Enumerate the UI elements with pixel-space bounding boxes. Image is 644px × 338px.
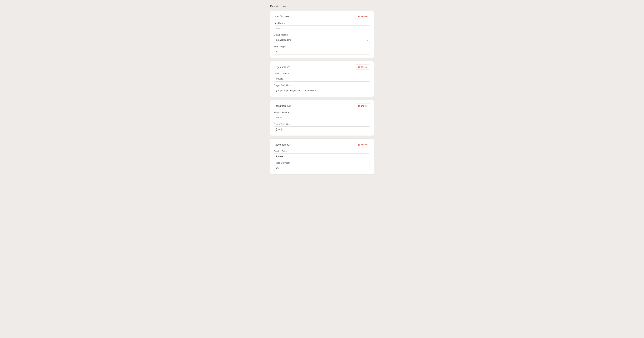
regex-02-public-private-select-wrapper: Private Public ⌄ (274, 115, 370, 120)
regex-field-01-label: Regex field #01 (274, 66, 290, 68)
regex-02-public-private-label: Public / Private (274, 111, 370, 114)
regex-field-01-card: Regex field #01 🗑 Delete Public / Privat… (270, 61, 374, 97)
regex-01-public-private-select-wrapper: Private Public ⌄ (274, 76, 370, 82)
trash-icon-2: 🗑 (358, 66, 360, 68)
regex-02-definition-group: Regex Definition (274, 123, 370, 132)
regex-field-03-label: Regex field #03 (274, 143, 290, 146)
regex-02-definition-label: Regex Definition (274, 123, 370, 125)
data-location-select[interactable]: Email Headers Email Body Subject From To (274, 37, 370, 43)
regex-field-01-delete-label: Delete (361, 66, 368, 68)
max-length-group: Max Length (274, 45, 370, 54)
data-location-label: Data Location (274, 33, 370, 36)
section-title: Fields to extract (270, 5, 374, 7)
regex-field-02-label: Regex field #02 (274, 104, 290, 107)
field-name-group: Field Name (274, 22, 370, 31)
regex-field-02-delete-label: Delete (361, 104, 368, 107)
regex-field-02-delete-button[interactable]: 🗑 Delete (355, 103, 370, 108)
data-location-select-wrapper: Email Headers Email Body Subject From To… (274, 37, 370, 43)
trash-icon: 🗑 (358, 15, 360, 18)
regex-01-public-private-label: Public / Private (274, 72, 370, 75)
regex-field-03-delete-button[interactable]: 🗑 Delete (355, 142, 370, 147)
regex-02-definition-input[interactable] (274, 126, 370, 132)
data-location-group: Data Location Email Headers Email Body S… (274, 33, 370, 43)
regex-03-public-private-group: Public / Private Private Public ⌄ (274, 150, 370, 159)
regex-03-definition-label: Regex Definition (274, 162, 370, 164)
regex-field-03-delete-label: Delete (361, 143, 368, 146)
regex-01-definition-label: Regex Definition (274, 84, 370, 87)
field-name-input[interactable] (274, 25, 370, 31)
regex-field-03-header: Regex field #03 🗑 Delete (274, 142, 370, 147)
max-length-input[interactable] (274, 49, 370, 54)
input-field-01-label: Input field #01 (274, 15, 289, 18)
regex-03-definition-input[interactable] (274, 165, 370, 171)
input-field-01-card: Input field #01 🗑 Delete Field Name Data… (270, 10, 374, 58)
regex-03-definition-group: Regex Definition (274, 162, 370, 171)
regex-02-public-private-group: Public / Private Private Public ⌄ (274, 111, 370, 120)
regex-02-public-private-select[interactable]: Private Public (274, 115, 370, 120)
regex-field-02-header: Regex field #02 🗑 Delete (274, 103, 370, 108)
trash-icon-4: 🗑 (358, 143, 360, 146)
input-field-01-delete-button[interactable]: 🗑 Delete (355, 14, 370, 19)
regex-field-01-delete-button[interactable]: 🗑 Delete (355, 64, 370, 69)
regex-03-public-private-label: Public / Private (274, 150, 370, 152)
regex-03-public-private-select-wrapper: Private Public ⌄ (274, 153, 370, 159)
input-field-01-header: Input field #01 🗑 Delete (274, 14, 370, 19)
field-name-label: Field Name (274, 22, 370, 24)
regex-01-definition-input[interactable] (274, 88, 370, 93)
input-field-01-delete-label: Delete (361, 15, 368, 18)
regex-field-02-card: Regex field #02 🗑 Delete Public / Privat… (270, 100, 374, 136)
trash-icon-3: 🗑 (358, 104, 360, 107)
regex-03-public-private-select[interactable]: Private Public (274, 153, 370, 159)
max-length-label: Max Length (274, 45, 370, 48)
regex-field-01-header: Regex field #01 🗑 Delete (274, 64, 370, 69)
regex-01-public-private-group: Public / Private Private Public ⌄ (274, 72, 370, 82)
regex-field-03-card: Regex field #03 🗑 Delete Public / Privat… (270, 138, 374, 175)
regex-01-public-private-select[interactable]: Private Public (274, 76, 370, 82)
regex-01-definition-group: Regex Definition (274, 84, 370, 93)
